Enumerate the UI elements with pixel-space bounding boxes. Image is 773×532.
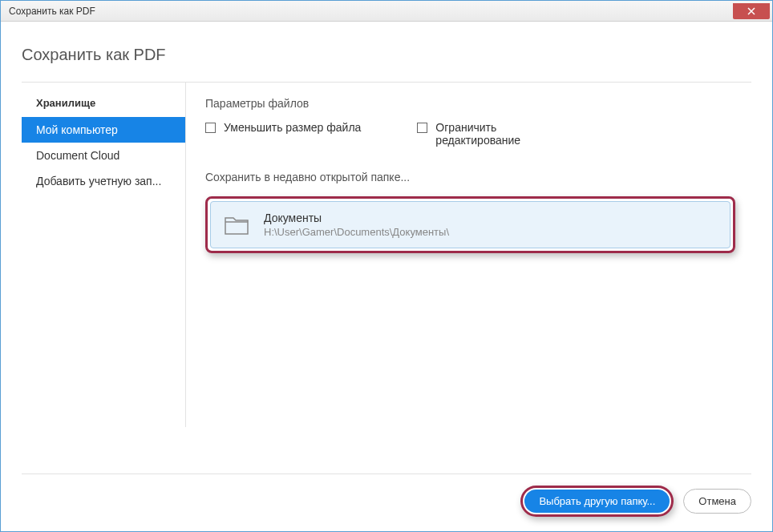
sidebar-item-document-cloud[interactable]: Document Cloud xyxy=(22,143,185,168)
params-title: Параметры файлов xyxy=(205,97,735,110)
sidebar-item-add-account[interactable]: Добавить учетную зап... xyxy=(22,168,185,194)
folder-text: Документы H:\User\Gamer\Documents\Докуме… xyxy=(264,212,449,238)
cancel-button[interactable]: Отмена xyxy=(683,489,751,514)
sidebar-item-label: Document Cloud xyxy=(36,149,119,162)
recent-folder-item[interactable]: Документы H:\User\Gamer\Documents\Докуме… xyxy=(210,201,731,248)
recent-folder-highlight: Документы H:\User\Gamer\Documents\Докуме… xyxy=(205,196,735,253)
checkbox-icon xyxy=(417,123,427,133)
columns: Хранилище Мой компьютер Document Cloud Д… xyxy=(22,82,751,427)
sidebar-item-label: Мой компьютер xyxy=(36,123,118,136)
checkbox-reduce-size[interactable]: Уменьшить размер файла xyxy=(205,121,361,147)
titlebar: Сохранить как PDF xyxy=(1,1,772,22)
recent-folder-title: Сохранить в недавно открытой папке... xyxy=(205,171,735,183)
dialog-body: Сохранить как PDF Хранилище Мой компьюте… xyxy=(1,22,772,443)
choose-folder-highlight: Выбрать другую папку... xyxy=(520,486,674,517)
choose-folder-button[interactable]: Выбрать другую папку... xyxy=(524,490,670,513)
folder-name: Документы xyxy=(264,212,449,224)
content: Параметры файлов Уменьшить размер файла … xyxy=(186,83,751,427)
checkbox-icon xyxy=(205,123,216,133)
folder-icon xyxy=(224,215,249,236)
checkbox-label: Уменьшить размер файла xyxy=(224,121,361,134)
checkbox-row: Уменьшить размер файла Ограничить редакт… xyxy=(205,121,735,147)
window-title: Сохранить как PDF xyxy=(9,6,95,17)
checkbox-restrict-editing[interactable]: Ограничить редактирование xyxy=(417,121,577,147)
close-icon xyxy=(747,7,755,15)
folder-path: H:\User\Gamer\Documents\Документы\ xyxy=(264,226,449,238)
footer: Выбрать другую папку... Отмена xyxy=(22,474,751,517)
sidebar-heading: Хранилище xyxy=(22,97,185,117)
sidebar-item-my-computer[interactable]: Мой компьютер xyxy=(22,117,185,143)
sidebar-item-label: Добавить учетную зап... xyxy=(36,175,161,187)
close-button[interactable] xyxy=(733,3,770,19)
checkbox-label: Ограничить редактирование xyxy=(435,121,577,147)
page-title: Сохранить как PDF xyxy=(22,46,751,64)
save-as-pdf-dialog: Сохранить как PDF Сохранить как PDF Хран… xyxy=(0,0,773,532)
sidebar: Хранилище Мой компьютер Document Cloud Д… xyxy=(22,83,186,427)
